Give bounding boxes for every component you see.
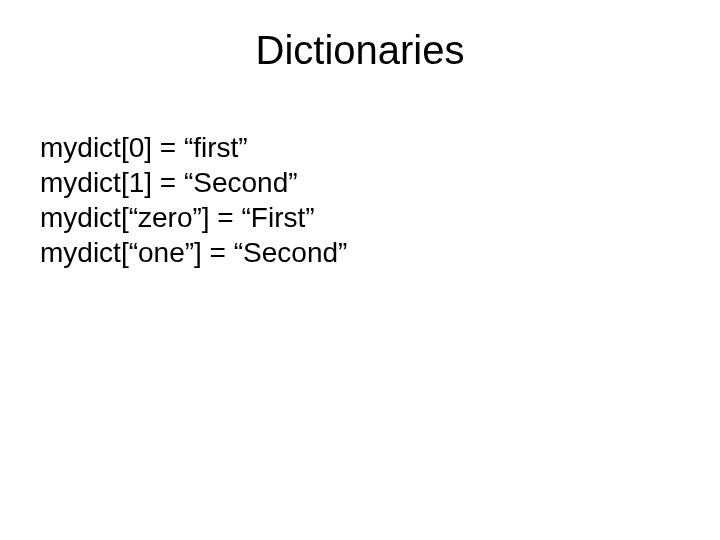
slide: Dictionaries mydict[0] = “first” mydict[…	[0, 0, 720, 540]
code-line: mydict[1] = “Second”	[40, 165, 347, 200]
code-line: mydict[“zero”] = “First”	[40, 200, 347, 235]
code-line: mydict[“one”] = “Second”	[40, 235, 347, 270]
code-line: mydict[0] = “first”	[40, 130, 347, 165]
slide-body: mydict[0] = “first” mydict[1] = “Second”…	[40, 130, 347, 270]
slide-title: Dictionaries	[0, 28, 720, 73]
